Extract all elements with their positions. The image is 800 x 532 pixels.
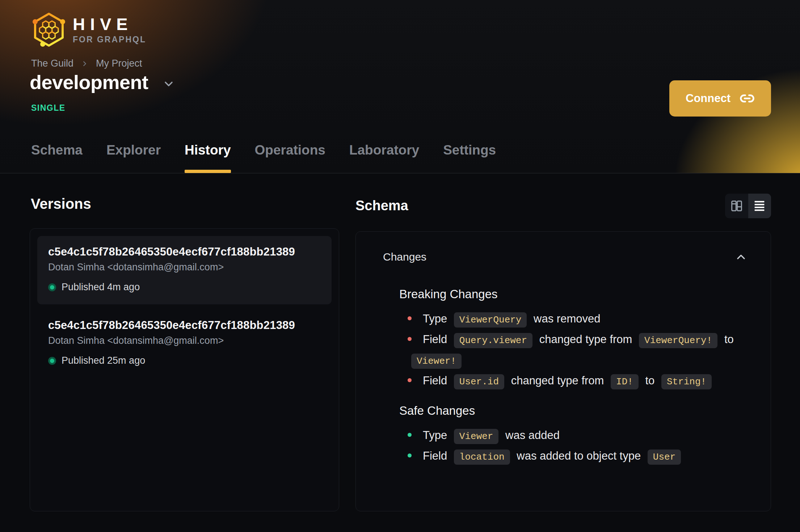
bullet-dot-icon <box>408 453 412 457</box>
breadcrumb-project[interactable]: My Project <box>96 58 142 69</box>
versions-heading: Versions <box>31 196 91 212</box>
hive-logo[interactable]: HIVE FOR GRAPHQL <box>31 11 146 48</box>
connect-button[interactable]: Connect <box>669 80 771 117</box>
code-chip: Query.viewer <box>454 333 532 348</box>
breadcrumb: The Guild My Project <box>31 58 142 69</box>
target-title-row[interactable]: development <box>30 71 175 93</box>
bullet-dot-icon <box>408 433 412 437</box>
change-item: Type Viewer was added <box>408 426 750 446</box>
version-hash: c5e4c1c5f78b26465350e4ecf677cf188bb21389 <box>48 245 321 258</box>
version-author: Dotan Simha <dotansimha@gmail.com> <box>48 335 321 346</box>
columns-icon <box>729 199 744 213</box>
change-item: Field User.id changed type from ID! to S… <box>408 371 750 392</box>
code-chip: User <box>648 449 681 465</box>
tab-bar: Schema Explorer History Operations Labor… <box>31 143 496 173</box>
code-chip: Viewer! <box>411 354 462 369</box>
changes-title: Changes <box>383 251 426 263</box>
version-list-item-selected[interactable]: c5e4c1c5f78b26465350e4ecf677cf188bb21389… <box>37 236 332 304</box>
list-icon <box>752 199 767 213</box>
chevron-down-icon[interactable] <box>162 77 175 90</box>
breadcrumb-org[interactable]: The Guild <box>31 58 73 69</box>
change-item: Type ViewerQuery was removed <box>408 309 750 330</box>
change-section-title: Safe Changes <box>399 404 771 418</box>
list-view-button[interactable] <box>748 194 771 218</box>
hive-logotype: HIVE FOR GRAPHQL <box>73 15 146 45</box>
code-chip: ID! <box>611 374 639 389</box>
published-dot-icon <box>48 283 56 291</box>
code-chip: location <box>454 449 510 465</box>
tab-explorer[interactable]: Explorer <box>106 143 161 173</box>
connect-button-label: Connect <box>686 92 730 105</box>
bullet-dot-icon <box>408 378 412 382</box>
link-icon <box>740 91 755 106</box>
changes-collapse-header[interactable]: Changes <box>356 232 771 263</box>
version-hash: c5e4c1c5f78b26465350e4ecf677cf188bb21389 <box>48 319 321 332</box>
columns-view-button[interactable] <box>725 194 748 218</box>
published-dot-icon <box>48 357 56 365</box>
change-item: Field Query.viewer changed type from Vie… <box>408 330 750 371</box>
version-author: Dotan Simha <dotansimha@gmail.com> <box>48 262 321 273</box>
code-chip: Viewer <box>454 429 499 444</box>
brand-name: HIVE <box>73 15 146 34</box>
version-status: Published 4m ago <box>62 282 140 293</box>
schema-heading: Schema <box>355 198 408 214</box>
tab-schema[interactable]: Schema <box>31 143 83 173</box>
brand-tagline: FOR GRAPHQL <box>73 35 146 45</box>
tab-laboratory[interactable]: Laboratory <box>349 143 419 173</box>
code-chip: ViewerQuery <box>454 312 527 328</box>
change-section-title: Breaking Changes <box>399 287 771 301</box>
tab-history[interactable]: History <box>185 143 231 173</box>
page-header: HIVE FOR GRAPHQL The Guild My Project de… <box>0 0 800 173</box>
code-chip: ViewerQuery! <box>639 333 717 348</box>
version-status: Published 25m ago <box>62 355 145 366</box>
changes-sections: Breaking ChangesType ViewerQuery was rem… <box>356 287 771 467</box>
bullet-dot-icon <box>408 316 412 320</box>
change-item: Field location was added to object type … <box>408 446 750 467</box>
chevron-right-icon <box>81 60 89 68</box>
tab-operations[interactable]: Operations <box>255 143 325 173</box>
schema-view-toggle <box>725 194 771 218</box>
target-mode-badge: SINGLE <box>31 103 66 113</box>
version-list-item[interactable]: c5e4c1c5f78b26465350e4ecf677cf188bb21389… <box>37 309 332 378</box>
tab-settings[interactable]: Settings <box>443 143 496 173</box>
change-section: Safe ChangesType Viewer was addedField l… <box>399 404 771 467</box>
code-chip: String! <box>661 374 712 389</box>
code-chip: User.id <box>454 374 504 389</box>
bullet-dot-icon <box>408 337 412 341</box>
versions-panel: c5e4c1c5f78b26465350e4ecf677cf188bb21389… <box>30 228 339 511</box>
version-status-row: Published 4m ago <box>48 282 321 293</box>
change-section: Breaking ChangesType ViewerQuery was rem… <box>399 287 771 392</box>
schema-changes-panel: Changes Breaking ChangesType ViewerQuery… <box>355 231 771 511</box>
hive-logo-icon <box>31 11 67 48</box>
chevron-up-icon[interactable] <box>734 250 748 263</box>
version-status-row: Published 25m ago <box>48 355 321 366</box>
main-content: Versions c5e4c1c5f78b26465350e4ecf677cf1… <box>0 173 800 532</box>
page-title: development <box>30 71 148 93</box>
